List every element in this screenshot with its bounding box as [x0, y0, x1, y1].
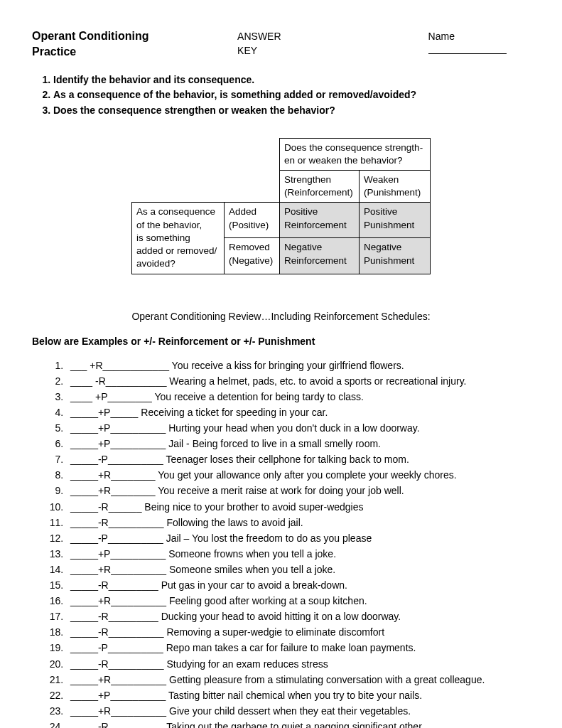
operant-table: Does the consequence strength- en or wea… [131, 138, 431, 274]
blank-prefix: _____ [70, 674, 98, 685]
blank-line: __________ [108, 532, 163, 544]
example-item: _____+P__________ Jail - Being forced to… [66, 437, 530, 451]
example-item: _____+R________ You get your allowance o… [66, 469, 530, 483]
answer-code: +P [98, 548, 111, 560]
example-text: Jail - Being forced to live in a small s… [166, 438, 381, 449]
example-text: Getting pleasure from a stimulating conv… [166, 674, 485, 685]
example-text: You receive a kiss for bringing your gir… [169, 360, 404, 371]
example-text: Studying for an exam reduces stress [164, 658, 328, 670]
example-text: Hurting your head when you don't duck in… [166, 422, 419, 434]
answer-code: -R [98, 517, 109, 528]
blank-line: ___________ [106, 375, 167, 387]
blank-prefix: ____ [70, 375, 95, 387]
name-blank-line [428, 53, 507, 54]
answer-code: -P [98, 642, 108, 653]
blank-line: __________ [109, 721, 164, 728]
answer-code: -P [98, 532, 108, 544]
blank-prefix: _____ [70, 407, 98, 418]
blank-line: __________ [110, 438, 166, 449]
example-item: ___ +R____________ You receive a kiss fo… [66, 359, 530, 373]
cell-positive-reinforcement: Positive Reinforcement [280, 203, 360, 238]
example-text: Ducking your head to avoid hitting it on… [158, 611, 401, 622]
blank-line: ____________ [103, 360, 169, 371]
answer-code: -R [95, 375, 106, 387]
answer-code: -R [98, 579, 109, 591]
blank-prefix: _____ [70, 579, 98, 591]
example-item: _____+R________ You receive a merit rais… [66, 484, 530, 498]
blank-prefix: _____ [70, 438, 98, 449]
example-text: Someone frowns when you tell a joke. [166, 548, 336, 560]
answer-code: +R [90, 360, 102, 371]
blank-line: _____ [110, 407, 138, 418]
example-text: You receive a merit raise at work for do… [156, 485, 404, 496]
cell-positive-punishment: Positive Punishment [360, 203, 431, 238]
example-item: _____+R__________ Someone smiles when yo… [66, 563, 530, 577]
blank-prefix: _____ [70, 611, 98, 622]
example-item: _____+R__________ Feeling good after wor… [66, 594, 530, 609]
answer-code: -R [98, 626, 109, 638]
example-item: ____ -R___________ Wearing a helmet, pad… [66, 375, 530, 389]
answer-code: +P [98, 422, 111, 434]
example-text: Feeling good after working at a soup kit… [166, 595, 367, 606]
blank-prefix: ____ [70, 391, 95, 402]
answer-code: -R [98, 501, 109, 513]
blank-prefix: _____ [70, 595, 98, 606]
example-text: You get your allowance only after you co… [156, 469, 457, 481]
instructions-list: Identify the behavior and its consequenc… [53, 73, 530, 118]
blank-prefix: _____ [70, 626, 98, 638]
blank-prefix: _____ [70, 658, 98, 670]
example-item: _____-P__________ Teenager loses their c… [66, 453, 530, 467]
blank-line: __________ [109, 658, 164, 670]
instruction-item: Does the consequence strengthen or weake… [53, 104, 530, 118]
blank-line: __________ [111, 674, 166, 685]
header-row: Operant Conditioning Practice ANSWER KEY… [32, 28, 530, 60]
example-item: _____-R__________ Studying for an exam r… [66, 658, 530, 672]
blank-line: _________ [109, 579, 158, 591]
cell-negative-reinforcement: Negative Reinforcement [280, 238, 360, 274]
example-text: Being nice to your brother to avoid supe… [141, 501, 363, 513]
example-item: _____+P__________ Tasting bitter nail ch… [66, 689, 530, 703]
example-item: _____+P_____ Receiving a ticket for spee… [66, 406, 530, 420]
blank-prefix: _____ [70, 564, 98, 575]
table-row-header: As a consequence of the behavior, is som… [132, 203, 225, 274]
answer-code: -R [98, 658, 109, 670]
example-item: ____ +P________ You receive a detention … [66, 390, 530, 405]
example-text: Taking out the garbage to quiet a naggin… [164, 721, 424, 728]
table-top-header: Does the consequence strength- en or wea… [280, 138, 431, 170]
blank-prefix: _____ [70, 422, 98, 434]
blank-prefix: _____ [70, 454, 98, 465]
example-text: Wearing a helmet, pads, etc. to avoid a … [166, 375, 466, 387]
page-title: Operant Conditioning Practice [32, 28, 188, 60]
answer-code: +P [98, 407, 111, 418]
example-item: _____+R__________ Give your child desser… [66, 705, 530, 719]
subheading: Operant Conditioning Review…Including Re… [32, 310, 530, 324]
blank-line: __________ [111, 595, 166, 606]
example-text: Give your child dessert when they eat th… [166, 705, 411, 717]
blank-line: __________ [111, 564, 166, 575]
answer-code: +R [98, 705, 111, 717]
answer-key-label: ANSWER KEY [237, 30, 301, 58]
example-text: Put gas in your car to avoid a break-dow… [158, 579, 347, 591]
answer-code: +P [98, 438, 111, 449]
answer-code: +P [98, 690, 111, 701]
blank-line: ______ [109, 501, 142, 513]
name-label: Name [428, 30, 530, 58]
blank-line: ________ [111, 469, 155, 481]
answer-code: -R [98, 611, 109, 622]
example-text: Jail – You lost the freedom to do as you… [163, 532, 372, 544]
instruction-item: As a consequence of the behavior, is som… [53, 88, 530, 102]
answer-code: -P [98, 454, 108, 465]
answer-code: +R [98, 485, 111, 496]
blank-prefix: _____ [70, 469, 98, 481]
example-text: Repo man takes a car for failure to make… [163, 642, 416, 653]
cell-negative-punishment: Negative Punishment [360, 238, 431, 274]
answer-code: +R [98, 564, 111, 575]
answer-code: +P [95, 391, 108, 402]
example-item: _____-P__________ Jail – You lost the fr… [66, 532, 530, 546]
example-item: _____-R______ Being nice to your brother… [66, 500, 530, 515]
example-text: Removing a super-wedgie to eliminate dis… [164, 626, 384, 638]
example-item: _____-R__________ Removing a super-wedgi… [66, 626, 530, 640]
answer-code: -R [98, 721, 109, 728]
blank-line: __________ [111, 705, 166, 717]
blank-prefix: ___ [70, 360, 90, 371]
